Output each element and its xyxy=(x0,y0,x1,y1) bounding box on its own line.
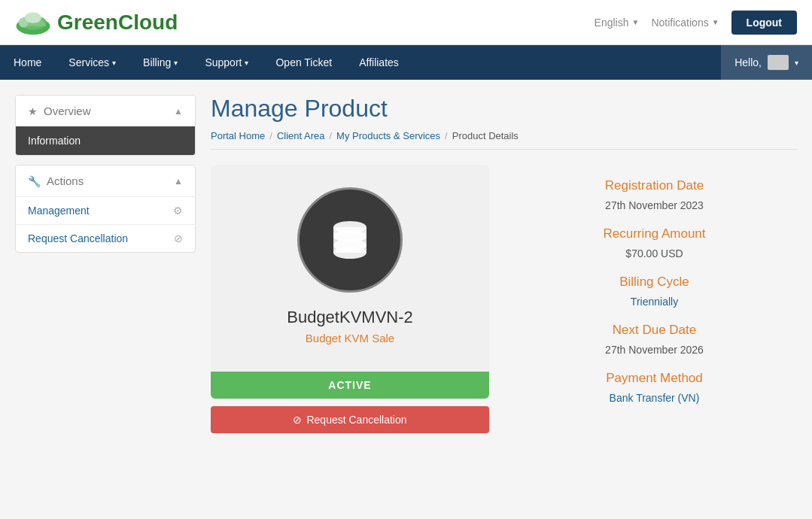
top-right-controls: English ▼ Notifications ▼ Logout xyxy=(595,11,797,35)
sidebar-request-cancellation-label: Request Cancellation xyxy=(28,232,128,244)
page-content: Manage Product Portal Home / Client Area… xyxy=(211,95,797,433)
breadcrumb-portal-home[interactable]: Portal Home xyxy=(211,130,265,141)
sidebar-overview-header[interactable]: ★ Overview ▲ xyxy=(16,96,195,126)
billing-arrow-icon: ▾ xyxy=(174,59,178,67)
database-icon-circle xyxy=(297,187,403,293)
sidebar-actions-header[interactable]: 🔧 Actions ▲ xyxy=(16,165,195,196)
nav-home-label: Home xyxy=(14,56,41,68)
gear-icon: ⚙ xyxy=(173,205,183,217)
nav-services-label: Services xyxy=(68,56,109,68)
product-card: BudgetKVMVN-2 Budget KVM Sale ACTIVE xyxy=(211,165,489,399)
breadcrumb-my-products[interactable]: My Products & Services xyxy=(336,130,440,141)
services-arrow-icon: ▾ xyxy=(112,59,116,67)
billing-cycle-label: Billing Cycle xyxy=(512,275,797,290)
product-card-wrapper: BudgetKVMVN-2 Budget KVM Sale ACTIVE ⊘ R… xyxy=(211,165,489,433)
sidebar-actions-label: Actions xyxy=(47,175,84,187)
nav-item-home[interactable]: Home xyxy=(0,45,55,80)
main-content: ★ Overview ▲ Information 🔧 Actions ▲ Man… xyxy=(0,80,812,448)
payment-method-label: Payment Method xyxy=(512,371,797,386)
logout-button[interactable]: Logout xyxy=(731,11,797,35)
nav-item-affiliates[interactable]: Affiliates xyxy=(345,45,412,80)
sidebar: ★ Overview ▲ Information 🔧 Actions ▲ Man… xyxy=(15,95,196,433)
page-title: Manage Product xyxy=(211,95,797,123)
logo-area: GreenCloud xyxy=(15,9,178,36)
actions-chevron-icon: ▲ xyxy=(174,176,183,187)
star-icon: ★ xyxy=(28,105,38,117)
sidebar-overview-label: Overview xyxy=(44,105,91,117)
nav-item-support[interactable]: Support ▾ xyxy=(191,45,262,80)
cancel-no-icon: ⊘ xyxy=(293,414,302,426)
nav-open-ticket-label: Open Ticket xyxy=(275,56,332,68)
logo-icon xyxy=(15,9,51,36)
wrench-icon: 🔧 xyxy=(28,175,41,187)
nav-item-open-ticket[interactable]: Open Ticket xyxy=(262,45,345,80)
support-arrow-icon: ▾ xyxy=(245,59,248,67)
product-subtitle: Budget KVM Sale xyxy=(306,332,394,344)
svg-point-3 xyxy=(25,12,41,23)
product-status-bar: ACTIVE xyxy=(211,372,489,399)
sidebar-actions-section: 🔧 Actions ▲ Management ⚙ Request Cancell… xyxy=(15,165,196,253)
nav-billing-label: Billing xyxy=(143,56,171,68)
next-due-date-label: Next Due Date xyxy=(512,323,797,338)
notifications-selector[interactable]: Notifications ▼ xyxy=(651,17,719,29)
sidebar-overview-section: ★ Overview ▲ Information xyxy=(15,95,196,156)
sidebar-management-label: Management xyxy=(28,205,90,217)
overview-chevron-icon: ▲ xyxy=(174,106,183,117)
user-menu[interactable]: Hello, ▾ xyxy=(721,45,812,80)
notifications-label: Notifications xyxy=(651,17,708,29)
navigation-bar: Home Services ▾ Billing ▾ Support ▾ Open… xyxy=(0,45,812,80)
nav-affiliates-label: Affiliates xyxy=(359,56,399,68)
product-card-body: BudgetKVMVN-2 Budget KVM Sale xyxy=(211,165,489,372)
svg-point-10 xyxy=(333,247,366,259)
registration-date-value: 27th November 2023 xyxy=(512,199,797,211)
user-avatar xyxy=(768,55,789,70)
billing-cycle-value: Triennially xyxy=(512,296,797,308)
registration-date-label: Registration Date xyxy=(512,178,797,193)
next-due-date-value: 27th November 2026 xyxy=(512,344,797,356)
product-name: BudgetKVMVN-2 xyxy=(287,308,413,327)
nav-support-label: Support xyxy=(205,56,242,68)
top-bar: GreenCloud English ▼ Notifications ▼ Log… xyxy=(0,0,812,45)
database-icon xyxy=(324,214,376,266)
cancel-circle-icon: ⊘ xyxy=(174,232,183,244)
breadcrumb-sep-3: / xyxy=(445,130,448,141)
user-greeting: Hello, xyxy=(734,56,762,68)
breadcrumb-sep-2: / xyxy=(329,130,332,141)
info-panel: Registration Date 27th November 2023 Rec… xyxy=(512,165,797,407)
recurring-amount-value: $70.00 USD xyxy=(512,247,797,260)
cancel-button[interactable]: ⊘ Request Cancellation xyxy=(211,406,489,433)
product-status-label: ACTIVE xyxy=(328,379,371,391)
payment-method-value: Bank Transfer (VN) xyxy=(512,392,797,404)
sidebar-information-label: Information xyxy=(28,135,81,147)
breadcrumb-current: Product Details xyxy=(452,130,519,141)
breadcrumb: Portal Home / Client Area / My Products … xyxy=(211,130,797,150)
notifications-arrow-icon: ▼ xyxy=(712,18,719,26)
nav-item-services[interactable]: Services ▾ xyxy=(55,45,129,80)
breadcrumb-client-area[interactable]: Client Area xyxy=(277,130,325,141)
logo-text: GreenCloud xyxy=(57,11,178,35)
language-label: English xyxy=(595,17,629,29)
breadcrumb-sep-1: / xyxy=(269,130,272,141)
cancel-label: Request Cancellation xyxy=(306,414,406,426)
nav-item-billing[interactable]: Billing ▾ xyxy=(129,45,191,80)
sidebar-management-item[interactable]: Management ⚙ xyxy=(16,196,195,224)
sidebar-request-cancellation-item[interactable]: Request Cancellation ⊘ xyxy=(16,224,195,252)
product-area: BudgetKVMVN-2 Budget KVM Sale ACTIVE ⊘ R… xyxy=(211,165,797,433)
sidebar-information-item[interactable]: Information xyxy=(16,126,195,155)
language-arrow-icon: ▼ xyxy=(632,18,640,26)
sidebar-actions-header-left: 🔧 Actions xyxy=(28,175,84,187)
language-selector[interactable]: English ▼ xyxy=(595,17,640,29)
sidebar-overview-header-left: ★ Overview xyxy=(28,105,91,117)
recurring-amount-label: Recurring Amount xyxy=(512,226,797,241)
user-menu-arrow-icon: ▾ xyxy=(795,59,798,67)
